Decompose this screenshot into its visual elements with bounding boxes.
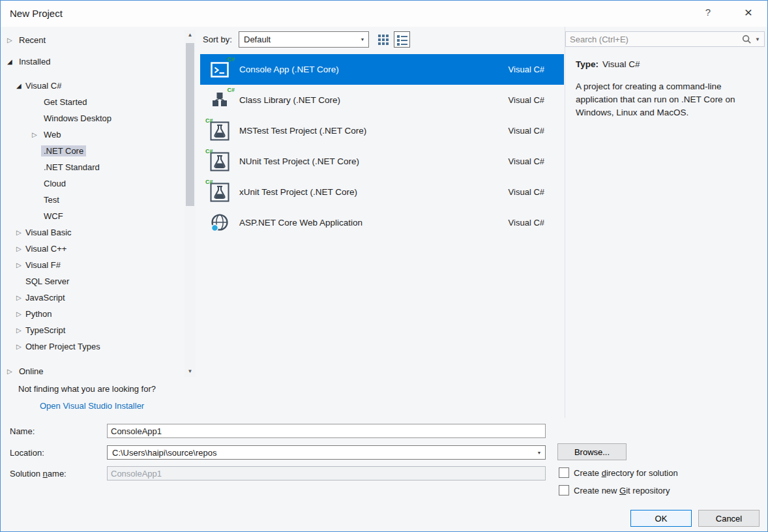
tree-item-label: Other Project Types xyxy=(25,342,100,351)
tree-item-sql-server[interactable]: SQL Server xyxy=(1,273,185,289)
scrollbar-thumb[interactable] xyxy=(186,43,194,206)
tree-item-visual-fsharp[interactable]: ▷ Visual F# xyxy=(1,257,185,273)
list-view-icon xyxy=(396,34,408,46)
tree-item-label: Get Started xyxy=(44,97,87,107)
chevron-down-icon[interactable]: ▼ xyxy=(357,32,368,47)
chevron-down-icon[interactable]: ▼ xyxy=(533,446,545,459)
tree-item-visual-cpp[interactable]: ▷ Visual C++ xyxy=(1,241,185,257)
scroll-down-icon[interactable]: ▼ xyxy=(185,366,196,377)
template-language: Visual C# xyxy=(509,126,544,136)
location-dropdown[interactable]: C:\Users\haipi\source\repos ▼ xyxy=(107,445,546,460)
sort-by-label: Sort by: xyxy=(203,35,232,44)
tree-item-label: Visual C++ xyxy=(25,244,66,254)
template-item-xunit[interactable]: C# xUnit Test Project (.NET Core) Visual… xyxy=(200,177,564,207)
tree-item-python[interactable]: ▷ Python xyxy=(1,306,185,322)
template-language: Visual C# xyxy=(509,187,544,197)
tree-item-dotnet-standard[interactable]: .NET Standard xyxy=(1,159,185,175)
close-icon[interactable]: × xyxy=(740,5,757,20)
cancel-button[interactable]: Cancel xyxy=(698,510,760,527)
template-title: ASP.NET Core Web Application xyxy=(239,218,362,228)
template-item-aspnet-core[interactable]: ASP.NET Core Web Application Visual C# xyxy=(200,207,564,238)
csharp-badge: C# xyxy=(227,56,235,63)
tree-item-dotnet-core[interactable]: .NET Core xyxy=(1,143,185,159)
tree-item-label: Recent xyxy=(19,35,46,45)
tree-item-visual-basic[interactable]: ▷ Visual Basic xyxy=(1,224,185,241)
chevron-right-icon[interactable]: ▷ xyxy=(7,368,19,375)
template-language: Visual C# xyxy=(509,218,544,228)
help-icon[interactable]: ? xyxy=(701,7,715,18)
tree-item-javascript[interactable]: ▷ JavaScript xyxy=(1,289,185,306)
tree-item-get-started[interactable]: Get Started xyxy=(1,94,185,110)
template-item-mstest[interactable]: C# MSTest Test Project (.NET Core) Visua… xyxy=(200,115,564,146)
tree-item-online[interactable]: ▷ Online xyxy=(1,363,185,379)
csharp-badge: C# xyxy=(227,87,235,93)
tree-item-windows-desktop[interactable]: Windows Desktop xyxy=(1,110,185,126)
template-description: A project for creating a command-line ap… xyxy=(576,80,757,119)
type-label: Type: xyxy=(576,59,598,69)
tree-item-cloud[interactable]: Cloud xyxy=(1,175,185,192)
tree-item-label: Python xyxy=(25,309,52,319)
ok-button[interactable]: OK xyxy=(630,510,692,527)
chevron-right-icon[interactable]: ▷ xyxy=(16,245,25,252)
new-project-dialog: New Project ? × ▷ Recent ◢ Installed ◢ V… xyxy=(0,0,768,532)
tree-item-other-project-types[interactable]: ▷ Other Project Types xyxy=(1,338,185,355)
csharp-badge: C# xyxy=(205,179,213,185)
chevron-right-icon[interactable]: ▷ xyxy=(16,327,25,334)
solution-name-field[interactable] xyxy=(107,466,546,480)
scroll-up-icon[interactable]: ▲ xyxy=(185,30,196,40)
create-git-repo-checkbox[interactable]: Create new Git repository xyxy=(559,485,670,495)
tree-item-typescript[interactable]: ▷ TypeScript xyxy=(1,322,185,338)
tree-item-installed[interactable]: ◢ Installed xyxy=(1,53,185,70)
template-item-nunit[interactable]: C# NUnit Test Project (.NET Core) Visual… xyxy=(200,146,564,177)
tree-scrollbar[interactable]: ▲ ▼ xyxy=(185,30,196,377)
checkbox-box[interactable] xyxy=(559,467,569,478)
window-title: New Project xyxy=(10,8,63,19)
csharp-badge: C# xyxy=(205,148,213,155)
tree-item-label: SQL Server xyxy=(25,276,69,286)
sort-by-dropdown[interactable]: Default ▼ xyxy=(239,31,369,48)
class-library-icon: C# xyxy=(208,89,231,112)
chevron-expanded-icon[interactable]: ◢ xyxy=(16,82,25,89)
template-title: NUnit Test Project (.NET Core) xyxy=(239,156,359,166)
tree-item-label: JavaScript xyxy=(25,293,65,303)
not-finding-text: Not finding what you are looking for? xyxy=(18,384,156,394)
tree-item-label: Web xyxy=(44,130,61,140)
tree-item-label: Test xyxy=(44,195,59,205)
template-title: Console App (.NET Core) xyxy=(239,65,339,74)
tree-item-label: WCF xyxy=(44,211,63,221)
location-value: C:\Users\haipi\source\repos xyxy=(112,448,216,458)
tree-item-test[interactable]: Test xyxy=(1,192,185,208)
browse-button[interactable]: Browse... xyxy=(557,443,627,460)
chevron-expanded-icon[interactable]: ◢ xyxy=(7,58,19,65)
open-vs-installer-link[interactable]: Open Visual Studio Installer xyxy=(40,401,144,411)
checkbox-label: Create directory for solution xyxy=(574,468,678,478)
checkbox-label: Create new Git repository xyxy=(574,486,670,495)
tree-item-visual-csharp[interactable]: ◢ Visual C# xyxy=(1,78,185,94)
template-item-class-library[interactable]: C# Class Library (.NET Core) Visual C# xyxy=(200,85,564,115)
chevron-right-icon[interactable]: ▷ xyxy=(16,343,25,350)
tree-item-wcf[interactable]: WCF xyxy=(1,208,185,224)
chevron-right-icon[interactable]: ▷ xyxy=(16,229,25,236)
create-directory-checkbox[interactable]: Create directory for solution xyxy=(559,467,678,478)
location-label: Location: xyxy=(10,448,44,458)
template-language: Visual C# xyxy=(509,95,544,105)
grid-view-icon xyxy=(377,34,389,46)
template-title: xUnit Test Project (.NET Core) xyxy=(239,187,357,197)
chevron-right-icon[interactable]: ▷ xyxy=(32,131,44,138)
chevron-right-icon[interactable]: ▷ xyxy=(16,310,25,318)
tree-item-web[interactable]: ▷ Web xyxy=(1,126,185,143)
chevron-right-icon[interactable]: ▷ xyxy=(16,294,25,301)
type-value: Visual C# xyxy=(602,59,640,69)
chevron-right-icon[interactable]: ▷ xyxy=(7,37,19,44)
template-item-console-app[interactable]: C# Console App (.NET Core) Visual C# xyxy=(200,54,564,85)
tree-item-label: Windows Desktop xyxy=(44,113,111,123)
tree-item-label: Online xyxy=(19,366,44,376)
list-view-button[interactable] xyxy=(394,31,410,48)
tree-item-recent[interactable]: ▷ Recent xyxy=(1,32,185,48)
checkbox-box[interactable] xyxy=(559,485,569,495)
template-language: Visual C# xyxy=(509,156,544,166)
small-icons-view-button[interactable] xyxy=(375,31,391,48)
name-field[interactable] xyxy=(107,424,546,438)
tree-item-label: .NET Standard xyxy=(44,162,100,172)
chevron-right-icon[interactable]: ▷ xyxy=(16,261,25,269)
